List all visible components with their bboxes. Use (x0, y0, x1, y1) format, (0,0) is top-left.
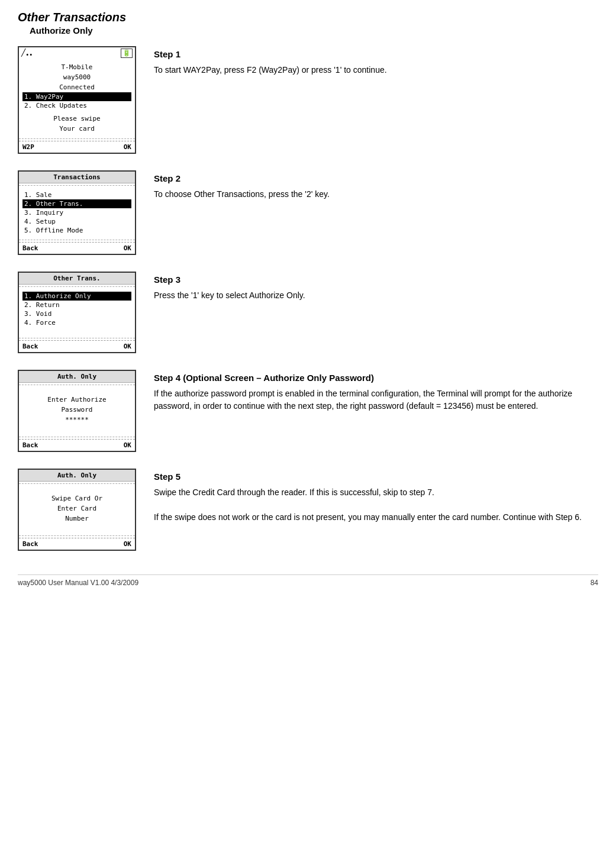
terminal-body-4: Enter Authorize Password ****** (19, 387, 135, 435)
step-3-description: Step 3 Press the '1' key to select Autho… (154, 272, 598, 302)
terminal-body-2: 1. Sale 2. Other Trans. 3. Inquiry 4. Se… (19, 188, 135, 238)
terminal-line-please-swipe: Please swipe (22, 114, 131, 124)
step-1-text: To start WAY2Pay, press F2 (Way2Pay) or … (154, 64, 598, 76)
step-4-description: Step 4 (Optional Screen – Authorize Only… (154, 370, 598, 412)
content-area: ╱•• 🔋 T-Mobile way5000 Connected 1. Way2… (18, 46, 598, 551)
terminal-title-authonly2: Auth. Only (19, 470, 135, 482)
footer-left-back3: Back (22, 343, 38, 350)
footer-left-text: way5000 User Manual V1.00 4/3/2009 (18, 579, 138, 587)
terminal-body-1: T-Mobile way5000 Connected 1. Way2Pay 2.… (19, 59, 135, 137)
footer-page-number: 84 (591, 579, 598, 587)
terminal-screen-2: Transactions 1. Sale 2. Other Trans. 3. … (18, 170, 136, 255)
step-3-heading: Step 3 (154, 275, 598, 285)
step-2-text: To choose Other Transactions, press the … (154, 188, 598, 201)
page-footer: way5000 User Manual V1.00 4/3/2009 84 (18, 574, 598, 587)
step-2-row: Transactions 1. Sale 2. Other Trans. 3. … (18, 170, 598, 255)
footer-right-ok4: OK (124, 441, 131, 449)
terminal-footer-5: Back OK (19, 538, 135, 550)
terminal-body-5: Swipe Card Or Enter Card Number (19, 486, 135, 534)
page-title: Other Transactions (18, 11, 598, 24)
footer-right-ok5: OK (124, 540, 131, 548)
terminal-row-return: 2. Return (22, 301, 131, 309)
terminal-screen-1: ╱•• 🔋 T-Mobile way5000 Connected 1. Way2… (18, 46, 136, 154)
step-4-row: Auth. Only Enter Authorize Password ****… (18, 370, 598, 452)
terminal-line-enter-authorize: Enter Authorize (22, 395, 131, 405)
footer-left-back5: Back (22, 540, 38, 548)
terminal-footer-2: Back OK (19, 242, 135, 254)
terminal-footer-4: Back OK (19, 439, 135, 451)
terminal-line-password-label: Password (22, 405, 131, 415)
terminal-line-password-stars: ****** (22, 415, 131, 425)
step-3-row: Other Trans. 1. Authorize Only 2. Return… (18, 272, 598, 353)
battery-icon: 🔋 (121, 49, 133, 58)
footer-left-back2: Back (22, 244, 38, 252)
terminal-line-connected: Connected (22, 82, 131, 92)
signal-icon: ╱•• (21, 49, 33, 58)
step-4-heading: Step 4 (Optional Screen – Authorize Only… (154, 373, 598, 383)
step-1-heading: Step 1 (154, 49, 598, 59)
step-2-description: Step 2 To choose Other Transactions, pre… (154, 170, 598, 201)
step-1-description: Step 1 To start WAY2Pay, press F2 (Way2P… (154, 46, 598, 76)
terminal-row-other-trans: 2. Other Trans. (22, 199, 131, 208)
step-5-heading: Step 5 (154, 472, 598, 482)
step-2-heading: Step 2 (154, 173, 598, 183)
terminal-row-authorize-only: 1. Authorize Only (22, 292, 131, 301)
terminal-line-enter-card: Enter Card (22, 503, 131, 514)
terminal-screen-3: Other Trans. 1. Authorize Only 2. Return… (18, 272, 136, 353)
terminal-body-3: 1. Authorize Only 2. Return 3. Void 4. F… (19, 289, 135, 336)
step-3-text: Press the '1' key to select Authorize On… (154, 289, 598, 302)
terminal-row-sale: 1. Sale (22, 191, 131, 199)
terminal-row-inquiry: 3. Inquiry (22, 208, 131, 217)
terminal-row-way2pay: 1. Way2Pay (22, 92, 131, 101)
step-4-text: If the authorize password prompt is enab… (154, 388, 598, 412)
footer-right-ok2: OK (124, 244, 131, 252)
step-5-description: Step 5 Swipe the Credit Card through the… (154, 469, 598, 524)
terminal-row-void: 3. Void (22, 309, 131, 318)
terminal-screen-4: Auth. Only Enter Authorize Password ****… (18, 370, 136, 452)
footer-right-ok3: OK (124, 343, 131, 350)
terminal-row-force: 4. Force (22, 318, 131, 327)
terminal-footer-1: W2P OK (19, 141, 135, 153)
footer-left-back4: Back (22, 441, 38, 449)
footer-right-ok1: OK (124, 143, 131, 151)
terminal-line-number: Number (22, 514, 131, 524)
terminal-title-othertrans: Other Trans. (19, 273, 135, 285)
terminal-line-way5000: way5000 (22, 72, 131, 82)
terminal-line-your-card: Your card (22, 124, 131, 134)
step-5-row: Auth. Only Swipe Card Or Enter Card Numb… (18, 469, 598, 551)
terminal-title-authonly1: Auth. Only (19, 371, 135, 383)
terminal-screen-5: Auth. Only Swipe Card Or Enter Card Numb… (18, 469, 136, 551)
terminal-footer-3: Back OK (19, 340, 135, 352)
terminal-row-offline: 5. Offline Mode (22, 226, 131, 235)
step-1-row: ╱•• 🔋 T-Mobile way5000 Connected 1. Way2… (18, 46, 598, 154)
step-5-text: Swipe the Credit Card through the reader… (154, 486, 598, 524)
terminal-row-setup: 4. Setup (22, 217, 131, 226)
terminal-topbar-1: ╱•• 🔋 (19, 47, 135, 59)
terminal-line-tmobile: T-Mobile (22, 62, 131, 72)
footer-left-w2p: W2P (22, 143, 34, 151)
page-subtitle: Authorize Only (30, 25, 598, 35)
terminal-line-swipe-card: Swipe Card Or (22, 493, 131, 503)
terminal-title-transactions: Transactions (19, 172, 135, 183)
terminal-row-check-updates: 2. Check Updates (22, 101, 131, 110)
